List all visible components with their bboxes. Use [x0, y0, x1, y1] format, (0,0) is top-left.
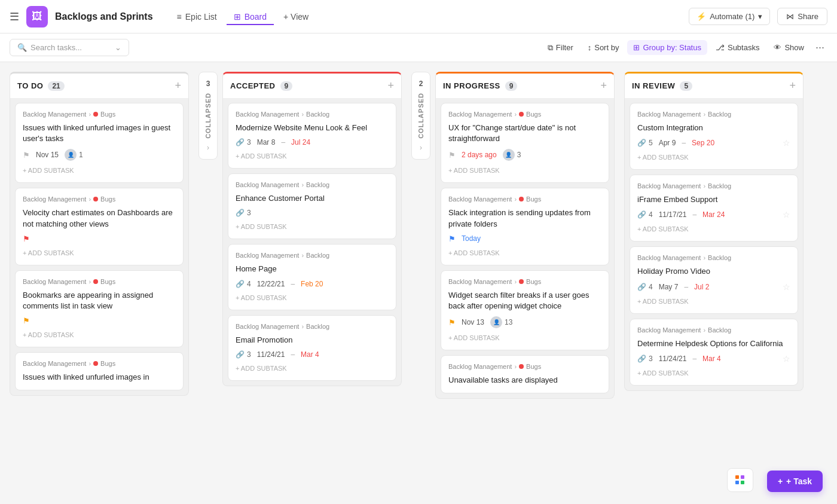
project-label: Backlog Management — [637, 111, 701, 118]
card-todo-3[interactable]: Backlog Management › Bugs Bookmarks are … — [15, 270, 184, 347]
search-placeholder: Search tasks... — [30, 43, 82, 52]
grid-view-button[interactable] — [727, 468, 753, 492]
bugs-dot — [519, 112, 524, 117]
subtask-count: 🔗 3 — [637, 355, 653, 363]
nav-epic-list[interactable]: ≡ Epic List — [170, 8, 224, 25]
card-inreview-4[interactable]: Backlog Management › Backlog Determine H… — [630, 319, 798, 386]
add-subtask-button[interactable]: + ADD SUBTASK — [448, 333, 601, 343]
card-inprogress-1[interactable]: Backlog Management › Bugs UX for "Change… — [441, 103, 609, 183]
card-date-end: Mar 24 — [702, 210, 725, 219]
sort-button[interactable]: ↕ Sort by — [582, 40, 625, 55]
category-label: Bugs — [526, 196, 541, 203]
add-subtask-button[interactable]: + ADD SUBTASK — [236, 293, 389, 303]
star-icon[interactable]: ☆ — [783, 138, 790, 148]
subtasks-button[interactable]: ⎇ Subtasks — [710, 40, 765, 55]
card-date-start: 11/24/21 — [257, 350, 285, 359]
card-footer: 🔗 3 Mar 8 – Jul 24 — [236, 138, 389, 146]
card-meta: Backlog Management › Bugs — [23, 360, 176, 367]
card-inprogress-4[interactable]: Backlog Management › Bugs Unavailable ta… — [441, 355, 609, 393]
col-todo-title: TO DO — [17, 81, 43, 90]
share-button[interactable]: ⋈ Share — [777, 8, 827, 25]
card-title: Determine Helpdesk Options for Californi… — [637, 338, 790, 349]
add-subtask-button[interactable]: + ADD SUBTASK — [448, 248, 601, 258]
filter-button[interactable]: ⧉ Filter — [542, 40, 579, 56]
card-date-start: 11/17/21 — [659, 210, 687, 219]
add-subtask-button[interactable]: + ADD SUBTASK — [236, 151, 389, 161]
card-inreview-2[interactable]: Backlog Management › Backlog iFrame Embe… — [630, 175, 798, 242]
board-area: TO DO 21 + Backlog Management › Bugs Iss… — [0, 62, 837, 494]
star-icon[interactable]: ☆ — [783, 282, 790, 292]
add-subtask-button[interactable]: + ADD SUBTASK — [448, 166, 601, 175]
card-title: Custom Integration — [637, 123, 790, 133]
hamburger-icon[interactable]: ☰ — [10, 10, 19, 23]
column-todo: TO DO 21 + Backlog Management › Bugs Iss… — [10, 72, 189, 396]
project-label: Backlog Management — [448, 196, 512, 203]
card-todo-1[interactable]: Backlog Management › Bugs Issues with li… — [15, 103, 184, 183]
collapsed-column-1[interactable]: 3 COLLAPSED › — [198, 72, 218, 160]
col-inprogress-title: IN PROGRESS — [443, 81, 500, 90]
share-label: Share — [798, 12, 818, 21]
bugs-dot — [519, 197, 524, 201]
category-label: Backlog — [306, 181, 329, 188]
card-accepted-1[interactable]: Backlog Management › Backlog Modernize W… — [228, 103, 396, 169]
collapsed-count: 3 — [206, 80, 210, 88]
show-button[interactable]: 👁 Show — [768, 40, 810, 55]
collapsed-column-2[interactable]: 2 COLLAPSED › — [411, 72, 430, 160]
nav-board-label: Board — [245, 12, 267, 22]
card-inprogress-2[interactable]: Backlog Management › Bugs Slack integrat… — [441, 188, 609, 265]
chain-icon: 🔗 — [637, 355, 646, 363]
add-subtask-button[interactable]: + ADD SUBTASK — [236, 364, 389, 373]
add-subtask-button[interactable]: + ADD SUBTASK — [23, 248, 176, 258]
category-label: Backlog — [306, 252, 329, 259]
card-inreview-3[interactable]: Backlog Management › Backlog Holiday Pro… — [630, 246, 798, 313]
card-accepted-3[interactable]: Backlog Management › Backlog Home Page 🔗… — [228, 244, 396, 310]
toolbar: 🔍 Search tasks... ⌄ ⧉ Filter ↕ Sort by ⊞… — [0, 33, 837, 62]
card-date-start: Apr 9 — [659, 139, 676, 147]
nav-view[interactable]: + View — [276, 8, 316, 25]
add-subtask-button[interactable]: + ADD SUBTASK — [23, 166, 176, 175]
card-title: Slack integration is sending updates fro… — [448, 207, 601, 229]
filter-icon: ⧉ — [548, 43, 553, 53]
card-todo-2[interactable]: Backlog Management › Bugs Velocity chart… — [15, 188, 184, 265]
card-todo-4[interactable]: Backlog Management › Bugs Issues with li… — [15, 352, 184, 390]
add-task-button[interactable]: + + Task — [767, 471, 823, 492]
add-subtask-button[interactable]: + ADD SUBTASK — [637, 152, 790, 162]
group-by-button[interactable]: ⊞ Group by: Status — [627, 40, 707, 55]
add-subtask-button[interactable]: + ADD SUBTASK — [637, 368, 790, 378]
col-inreview-add-icon[interactable]: + — [789, 80, 796, 92]
card-title: Holiday Promo Video — [637, 266, 790, 277]
flag-icon: ⚑ — [448, 151, 456, 160]
category-label: Bugs — [526, 111, 541, 118]
card-avatar: 👤 3 — [503, 149, 521, 161]
card-title: Email Promotion — [236, 335, 389, 346]
add-subtask-button[interactable]: + ADD SUBTASK — [23, 330, 176, 340]
nav-board[interactable]: ⊞ Board — [227, 8, 274, 25]
star-icon[interactable]: ☆ — [783, 354, 790, 364]
add-subtask-button[interactable]: + ADD SUBTASK — [637, 224, 790, 234]
category-label: Bugs — [100, 278, 115, 285]
project-label: Backlog Management — [236, 252, 299, 259]
category-label: Backlog — [306, 111, 329, 118]
search-icon: 🔍 — [17, 43, 27, 52]
col-todo-add-icon[interactable]: + — [175, 80, 181, 92]
card-accepted-2[interactable]: Backlog Management › Backlog Enhance Cus… — [228, 173, 396, 239]
card-meta: Backlog Management › Backlog — [236, 111, 389, 118]
column-todo-body: Backlog Management › Bugs Issues with li… — [10, 98, 189, 396]
project-label: Backlog Management — [637, 254, 701, 261]
app-icon: 🖼 — [26, 6, 48, 28]
col-inprogress-add-icon[interactable]: + — [600, 80, 607, 92]
search-box[interactable]: 🔍 Search tasks... ⌄ — [10, 39, 129, 56]
svg-rect-2 — [735, 481, 739, 484]
star-icon[interactable]: ☆ — [783, 210, 790, 219]
col-accepted-add-icon[interactable]: + — [387, 80, 394, 92]
card-title: Issues with linked unfurled images in — [23, 372, 176, 383]
add-subtask-button[interactable]: + ADD SUBTASK — [236, 222, 389, 231]
automate-button[interactable]: ⚡ Automate (1) ▾ — [689, 8, 770, 25]
card-meta: Backlog Management › Bugs — [23, 111, 176, 118]
card-inreview-1[interactable]: Backlog Management › Backlog Custom Inte… — [630, 103, 798, 170]
card-footer: ⚑ Today — [448, 234, 601, 243]
more-options-icon[interactable]: ··· — [812, 38, 827, 57]
add-subtask-button[interactable]: + ADD SUBTASK — [637, 297, 790, 306]
card-accepted-4[interactable]: Backlog Management › Backlog Email Promo… — [228, 315, 396, 381]
card-inprogress-3[interactable]: Backlog Management › Bugs Widget search … — [441, 270, 609, 350]
